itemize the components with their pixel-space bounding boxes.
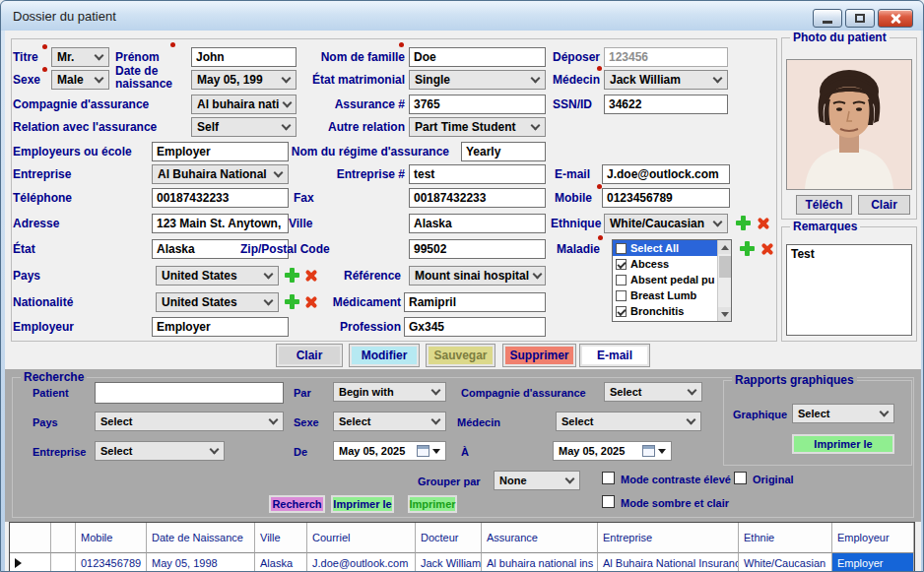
- table-cell[interactable]: Al buhaira national ins: [482, 553, 598, 572]
- ethnique-select[interactable]: White/Caucasian: [604, 214, 728, 233]
- autre-relation-select[interactable]: Part Time Student: [409, 117, 546, 137]
- etat-matrimonial-select[interactable]: Single: [409, 70, 546, 90]
- delete-maladie-icon[interactable]: [760, 242, 774, 256]
- ville-input[interactable]: Alaska: [409, 214, 546, 233]
- search-par-select[interactable]: Begin with: [333, 382, 446, 402]
- checkbox-checked-icon[interactable]: [616, 306, 627, 317]
- table-cell[interactable]: Jack William: [416, 553, 482, 572]
- email-button[interactable]: E-mail: [580, 345, 649, 366]
- add-nationalite-icon[interactable]: [285, 294, 299, 309]
- table-cell[interactable]: 0123456789: [76, 553, 147, 572]
- checkbox-icon[interactable]: [616, 275, 627, 286]
- scrollbar-thumb[interactable]: [719, 256, 731, 278]
- search-compagnie-select[interactable]: Select: [604, 382, 702, 402]
- add-maladie-icon[interactable]: [740, 241, 755, 256]
- search-sexe-select[interactable]: Select: [333, 412, 446, 431]
- search-button[interactable]: Recherch: [269, 495, 325, 513]
- table-cell[interactable]: J.doe@outlook.com: [307, 553, 416, 572]
- prenom-input[interactable]: John: [191, 47, 297, 67]
- graphique-select[interactable]: Select: [792, 404, 894, 423]
- column-header[interactable]: Assurance: [482, 523, 598, 553]
- relation-assurance-select[interactable]: Self: [191, 117, 297, 137]
- clear-button[interactable]: Clair: [277, 345, 342, 366]
- table-cell[interactable]: Alaska: [255, 553, 307, 572]
- row-selector-cell[interactable]: [10, 553, 51, 572]
- clear-photo-button[interactable]: Clair: [858, 195, 910, 215]
- reference-select[interactable]: Mount sinai hospital: [409, 266, 546, 286]
- column-header[interactable]: Ville: [255, 523, 307, 553]
- delete-button[interactable]: Supprimer: [503, 345, 575, 366]
- table-cell[interactable]: May 05, 1998: [147, 553, 255, 572]
- employeur-input[interactable]: Employer: [152, 317, 289, 337]
- regime-assurance-input[interactable]: Yearly: [461, 142, 546, 161]
- sombre-checkbox[interactable]: [602, 495, 615, 508]
- titre-select[interactable]: Mr.: [51, 47, 109, 67]
- scroll-down-icon[interactable]: [718, 307, 732, 321]
- column-header[interactable]: Date de Naissance: [147, 523, 255, 553]
- sexe-select[interactable]: Male: [51, 70, 109, 90]
- search-medecin-select[interactable]: Select: [556, 412, 701, 431]
- maladie-scrollbar[interactable]: [717, 240, 731, 321]
- column-header[interactable]: Ethnie: [739, 523, 832, 553]
- search-patient-input[interactable]: [95, 382, 284, 404]
- minimize-button[interactable]: [813, 9, 842, 28]
- checkbox-checked-icon[interactable]: [616, 259, 627, 270]
- medecin-select[interactable]: Jack William: [604, 70, 728, 90]
- maladie-option[interactable]: Bronchitis: [613, 303, 731, 319]
- upload-photo-button[interactable]: Téléch: [796, 195, 852, 215]
- column-header[interactable]: Courriel: [307, 523, 416, 553]
- table-cell-selected[interactable]: Employer: [832, 553, 914, 572]
- search-entreprise-select[interactable]: Select: [95, 441, 225, 461]
- table-row[interactable]: 0123456789 May 05, 1998 Alaska J.doe@out…: [10, 553, 914, 572]
- entreprise-select[interactable]: Al Buhaira National: [152, 164, 289, 184]
- mobile-input[interactable]: 0123456789: [602, 188, 730, 208]
- scroll-up-icon[interactable]: [718, 240, 732, 254]
- print-button[interactable]: Imprimer: [408, 495, 457, 513]
- maladie-option[interactable]: Abcess: [613, 256, 731, 272]
- original-checkbox[interactable]: [734, 472, 747, 484]
- remarques-textarea[interactable]: Test: [786, 244, 912, 336]
- column-header[interactable]: Docteur: [416, 523, 482, 553]
- email-input[interactable]: J.doe@outlock.com: [602, 164, 730, 184]
- date-naissance-select[interactable]: May 05, 199: [191, 70, 297, 90]
- close-button[interactable]: [878, 9, 913, 28]
- pays-select[interactable]: United States: [156, 266, 279, 286]
- maladie-listbox[interactable]: Select All Abcess Absent pedal pu Breast…: [612, 239, 732, 322]
- maladie-option[interactable]: Breast Lumb: [613, 287, 731, 303]
- print-list-button[interactable]: Imprimer le: [331, 495, 394, 513]
- assurance-no-input[interactable]: 3765: [409, 95, 546, 114]
- compagnie-assurance-select[interactable]: Al buhaira nati: [191, 95, 297, 114]
- maladie-option[interactable]: Select All: [613, 240, 731, 256]
- column-header[interactable]: Mobile: [76, 523, 147, 553]
- entreprise-no-input[interactable]: test: [409, 164, 546, 184]
- table-cell[interactable]: [51, 553, 76, 572]
- print-graph-button[interactable]: Imprimer le: [792, 434, 894, 454]
- table-cell[interactable]: Al Buhaira National Insurance: [598, 553, 739, 572]
- column-header[interactable]: Entreprise: [598, 523, 739, 553]
- checkbox-icon[interactable]: [616, 290, 627, 301]
- grouper-par-select[interactable]: None: [494, 471, 580, 490]
- zip-input[interactable]: 99502: [409, 239, 546, 259]
- fax-input[interactable]: 00187432233: [409, 188, 546, 208]
- telephone-input[interactable]: 00187432233: [152, 188, 289, 208]
- medicament-input[interactable]: Ramipril: [404, 292, 546, 312]
- contraste-checkbox[interactable]: [602, 472, 615, 484]
- delete-ethnique-icon[interactable]: [757, 217, 770, 230]
- table-cell[interactable]: White/Caucasian: [739, 553, 832, 572]
- search-de-datepicker[interactable]: May 05, 2025: [333, 441, 446, 461]
- nationalite-select[interactable]: United States: [156, 292, 279, 312]
- save-button[interactable]: Sauvegar: [427, 345, 495, 366]
- column-header[interactable]: Employeur: [832, 523, 914, 553]
- profession-input[interactable]: Gx345: [404, 317, 546, 337]
- search-a-datepicker[interactable]: May 05, 2025: [553, 441, 672, 461]
- nom-famille-input[interactable]: Doe: [409, 47, 546, 67]
- ssn-input[interactable]: 34622: [604, 95, 728, 114]
- add-pays-icon[interactable]: [285, 268, 299, 283]
- checkbox-icon[interactable]: [616, 243, 627, 254]
- maladie-option[interactable]: Absent pedal pu: [613, 272, 731, 287]
- modify-button[interactable]: Modifier: [350, 345, 419, 366]
- search-pays-select[interactable]: Select: [95, 412, 284, 431]
- add-ethnique-icon[interactable]: [736, 216, 751, 230]
- adresse-input[interactable]: 123 Main St. Anytown,: [152, 214, 289, 233]
- maximize-button[interactable]: [845, 9, 875, 28]
